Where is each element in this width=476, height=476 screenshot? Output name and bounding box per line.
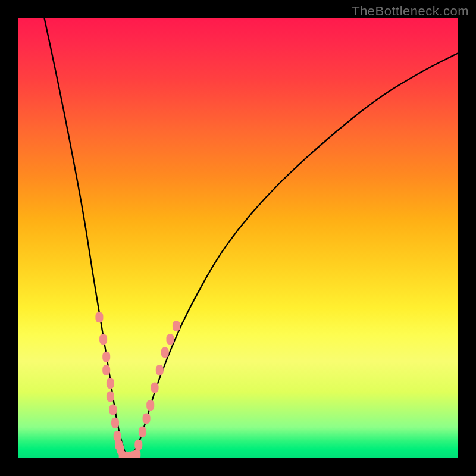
sample-dot bbox=[156, 365, 164, 375]
sample-dot bbox=[143, 413, 151, 424]
sample-dot bbox=[146, 400, 154, 411]
sample-dot bbox=[167, 334, 174, 345]
sample-dot bbox=[161, 347, 169, 358]
plot-area bbox=[18, 18, 458, 458]
sample-dot bbox=[99, 334, 107, 345]
sample-dot bbox=[133, 449, 140, 458]
sample-dot bbox=[102, 365, 110, 375]
watermark-text: TheBottleneck.com bbox=[352, 4, 469, 19]
sample-dot bbox=[95, 312, 103, 322]
bottleneck-curve bbox=[44, 18, 458, 456]
curve-layer bbox=[44, 18, 458, 456]
sample-dot bbox=[109, 405, 117, 415]
sample-dot bbox=[151, 383, 159, 393]
chart-svg bbox=[18, 18, 458, 458]
sample-dot bbox=[139, 427, 146, 437]
chart-container: TheBottleneck.com bbox=[0, 0, 476, 476]
sample-dot bbox=[134, 440, 142, 450]
sample-dot bbox=[107, 391, 114, 402]
sample-dot bbox=[107, 378, 114, 389]
sample-dot bbox=[102, 352, 110, 362]
scatter-layer bbox=[95, 312, 180, 458]
sample-dot bbox=[173, 321, 180, 331]
sample-dot bbox=[111, 418, 119, 428]
